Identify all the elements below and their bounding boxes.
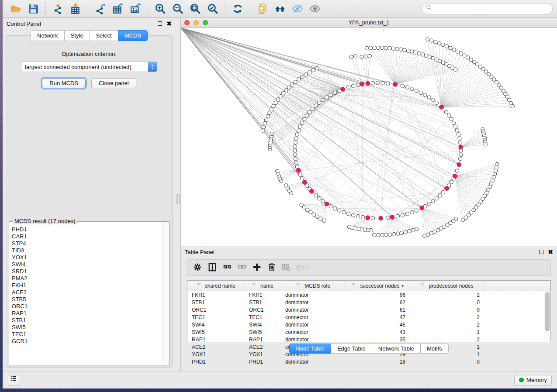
add-column-button[interactable] bbox=[250, 261, 263, 274]
refresh-layout-button[interactable] bbox=[229, 1, 246, 16]
table-row[interactable]: RAP1RAP1dominator352 bbox=[187, 336, 550, 343]
import-network-button[interactable] bbox=[49, 1, 67, 16]
table-scrollbar[interactable] bbox=[544, 291, 550, 341]
network-titlebar[interactable]: YPA_prune.txt_1 bbox=[181, 18, 557, 28]
criterion-select[interactable]: largest connected component (undirected)… bbox=[21, 62, 157, 72]
cell-mcds_role: connector bbox=[281, 328, 346, 336]
cell-mcds_role: dominator bbox=[281, 321, 346, 328]
export-table-icon bbox=[112, 3, 124, 14]
run-mcds-button[interactable]: Run MCDS bbox=[42, 78, 86, 88]
gear-icon bbox=[193, 262, 202, 273]
cell-name: STB1 bbox=[245, 299, 281, 306]
list-icon bbox=[10, 375, 18, 385]
close-table-panel-icon[interactable]: ✖ bbox=[548, 249, 553, 254]
copy-network-button[interactable] bbox=[254, 1, 271, 16]
table-tab-node-table[interactable]: Node Table bbox=[289, 344, 331, 354]
mcds-result-item[interactable]: TEC1 bbox=[12, 331, 162, 338]
mcds-result-item[interactable]: SWI4 bbox=[12, 261, 162, 268]
node-table: shared namenameMCDS rolesuccessor nodes▾… bbox=[187, 280, 551, 342]
table-row[interactable]: ORC1ORC1dominator610 bbox=[187, 306, 550, 313]
table-panel-title: Table Panel bbox=[185, 249, 214, 255]
float-table-panel-icon[interactable] bbox=[539, 249, 544, 254]
control-panel-title: Control Panel bbox=[7, 21, 41, 27]
cell-shared_name: TEC1 bbox=[187, 313, 245, 321]
mcds-result-item[interactable]: PHD1 bbox=[12, 226, 162, 233]
zoom-in-button[interactable] bbox=[152, 1, 169, 16]
mcds-result-item[interactable]: STB5 bbox=[12, 296, 162, 303]
column-header-shared-name[interactable]: shared name bbox=[187, 281, 245, 291]
column-header-successor-nodes[interactable]: successor nodes▾ bbox=[346, 281, 410, 291]
clear-selection-button[interactable] bbox=[235, 261, 249, 274]
column-type-icon bbox=[352, 282, 358, 289]
mcds-result-item[interactable]: YOX1 bbox=[12, 254, 162, 261]
mcds-result-item[interactable]: STB1 bbox=[12, 317, 162, 324]
mcds-result-item[interactable]: CAR1 bbox=[12, 233, 162, 240]
cell-name: ORC1 bbox=[245, 306, 281, 313]
mcds-result-item[interactable]: ORC1 bbox=[12, 303, 162, 310]
delete-column-button[interactable] bbox=[265, 261, 278, 274]
table-row[interactable]: SWI5SWI5connector431 bbox=[187, 328, 550, 336]
table-row[interactable]: FKH1FKH1dominator962 bbox=[187, 291, 550, 299]
cell-predecessor: 0 bbox=[410, 299, 484, 306]
add-column-icon bbox=[252, 262, 262, 273]
show-all-button[interactable] bbox=[306, 1, 324, 16]
sort-desc-icon: ▾ bbox=[401, 284, 404, 288]
task-history-button[interactable] bbox=[8, 375, 20, 385]
mcds-result-item[interactable]: STP4 bbox=[12, 240, 162, 247]
mcds-result-item[interactable]: SRD1 bbox=[12, 268, 162, 275]
float-panel-icon[interactable] bbox=[157, 21, 163, 26]
close-panel-button[interactable]: Close panel bbox=[91, 78, 136, 88]
table-tab-edge-table[interactable]: Edge Table bbox=[331, 344, 372, 354]
mcds-result-item[interactable]: PMA2 bbox=[12, 275, 162, 282]
tab-style[interactable]: Style bbox=[64, 30, 90, 41]
tab-select[interactable]: Select bbox=[90, 30, 118, 41]
table-row[interactable]: SWI4SWI4dominator462 bbox=[187, 321, 550, 328]
mcds-result-item[interactable]: TID3 bbox=[12, 247, 162, 254]
table-row[interactable]: PHD1PHD1dominator180 bbox=[187, 358, 550, 365]
column-header-name[interactable]: name bbox=[245, 281, 281, 291]
export-image-button[interactable] bbox=[127, 1, 144, 16]
zoom-selected-button[interactable] bbox=[204, 1, 221, 16]
zoom-out-button[interactable] bbox=[169, 1, 187, 16]
result-scrollbar[interactable] bbox=[163, 222, 169, 364]
clear-selection-icon bbox=[237, 262, 247, 273]
vertical-splitter[interactable] bbox=[176, 18, 180, 371]
export-network-button[interactable] bbox=[92, 1, 109, 16]
zoom-fit-icon bbox=[190, 3, 201, 14]
gear-button[interactable] bbox=[191, 261, 204, 274]
show-columns-button[interactable] bbox=[206, 261, 219, 274]
search-box[interactable] bbox=[422, 3, 553, 14]
column-header-MCDS-role[interactable]: MCDS role bbox=[281, 281, 346, 291]
mcds-result-item[interactable]: GCR1 bbox=[12, 338, 162, 345]
first-neighbors-button[interactable] bbox=[271, 1, 289, 16]
close-panel-icon[interactable]: ✖ bbox=[166, 21, 172, 26]
mcds-result-item[interactable]: ACE2 bbox=[12, 289, 162, 296]
cell-successor: 62 bbox=[346, 299, 410, 306]
mcds-result-item[interactable]: FKH1 bbox=[12, 282, 162, 289]
table-tab-network-table[interactable]: Network Table bbox=[372, 344, 420, 354]
table-row[interactable]: TEC1TEC1connector472 bbox=[187, 313, 550, 321]
save-session-button[interactable] bbox=[24, 1, 42, 16]
mcds-result-item[interactable]: RAP1 bbox=[12, 310, 162, 317]
cell-mcds_role: dominator bbox=[281, 336, 346, 343]
table-row[interactable]: STB1STB1dominator620 bbox=[187, 299, 550, 306]
mcds-result-item[interactable]: SWI5 bbox=[12, 324, 162, 331]
import-table-button[interactable] bbox=[67, 1, 84, 16]
cell-name: PHD1 bbox=[245, 358, 281, 365]
select-all-button[interactable] bbox=[221, 261, 234, 274]
column-header-predecessor-nodes[interactable]: predecessor nodes bbox=[410, 281, 484, 291]
network-canvas[interactable] bbox=[181, 28, 557, 246]
mcds-result-title: MCDS result (17 nodes) bbox=[13, 218, 77, 224]
tab-mcds[interactable]: MCDS bbox=[118, 30, 148, 41]
tab-network[interactable]: Network bbox=[31, 30, 64, 41]
open-file-button[interactable] bbox=[7, 1, 24, 16]
show-all-icon bbox=[309, 3, 321, 14]
zoom-fit-button[interactable] bbox=[187, 1, 204, 16]
table-tab-motifs[interactable]: Motifs bbox=[420, 344, 449, 354]
hide-selected-button[interactable] bbox=[289, 1, 306, 16]
export-table-button[interactable] bbox=[109, 1, 127, 16]
search-input[interactable] bbox=[434, 6, 548, 12]
memory-button[interactable]: Memory bbox=[514, 375, 552, 385]
select-stepper-icon: ▲▼ bbox=[148, 62, 157, 72]
mcds-result-list[interactable]: PHD1CAR1STP4TID3YOX1SWI4SRD1PMA2FKH1ACE2… bbox=[12, 226, 162, 363]
